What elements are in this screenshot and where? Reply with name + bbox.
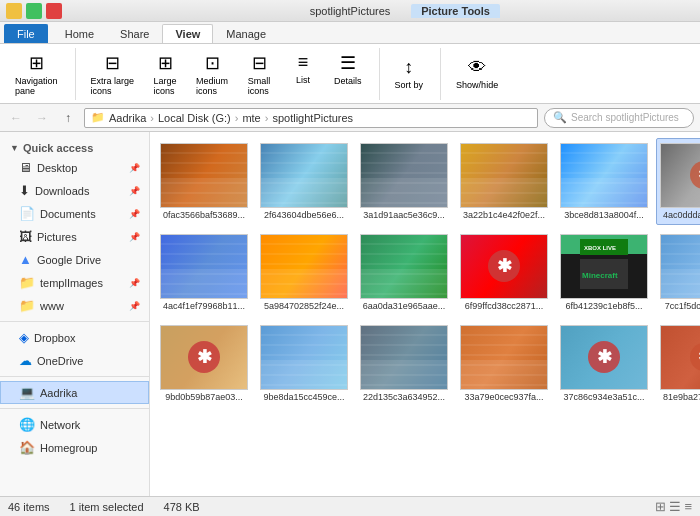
pin-icon: 📌 <box>129 209 140 219</box>
sidebar-item-googledrive[interactable]: ▲ Google Drive <box>0 248 149 271</box>
show-hide-button[interactable]: 👁 Show/hide <box>449 53 505 94</box>
file-name: 3a22b1c4e42f0e2f... <box>459 210 549 220</box>
www-icon: 📁 <box>19 298 35 313</box>
file-item[interactable]: 6aa0da31e965aae... <box>356 229 452 316</box>
details-icon: ☰ <box>340 52 356 74</box>
downloads-icon: ⬇ <box>19 183 30 198</box>
grid-view-button[interactable]: ⊞ <box>655 499 666 514</box>
up-button[interactable]: ↑ <box>58 108 78 128</box>
restore-button[interactable] <box>26 3 42 19</box>
path-mte: mte <box>242 112 260 124</box>
file-item[interactable]: 6f99ffcd38cc2871... <box>456 229 552 316</box>
file-item[interactable]: 3a22b1c4e42f0e2f... <box>456 138 552 225</box>
details-view-button[interactable]: ☰ <box>669 499 681 514</box>
file-thumbnail <box>160 325 248 390</box>
file-thumbnail <box>160 234 248 299</box>
close-button[interactable] <box>46 3 62 19</box>
file-thumbnail <box>460 234 548 299</box>
medium-label: Mediumicons <box>196 76 228 96</box>
tab-view[interactable]: View <box>162 24 213 43</box>
selected-info: 1 item selected <box>70 501 144 513</box>
file-thumbnail <box>560 143 648 208</box>
file-item[interactable]: 7cc1f5dce471dd2... <box>656 229 700 316</box>
ribbon-group-current-view: ↕ Sort by <box>388 48 442 100</box>
medium-icons-button[interactable]: ⊡ Mediumicons <box>189 48 235 100</box>
file-name: 0fac3566baf53689... <box>159 210 249 220</box>
forward-button[interactable]: → <box>32 108 52 128</box>
nav-pane-icon: ⊞ <box>29 52 44 74</box>
list-view-button[interactable]: ≡ <box>684 499 692 514</box>
tab-manage[interactable]: Manage <box>213 24 279 43</box>
small-icon: ⊟ <box>252 52 267 74</box>
address-path[interactable]: 📁 Aadrika › Local Disk (G:) › mte › spot… <box>84 108 538 128</box>
item-count: 46 items <box>8 501 50 513</box>
file-thumbnail <box>360 325 448 390</box>
pin-icon: 📌 <box>129 232 140 242</box>
window-controls[interactable] <box>6 3 62 19</box>
extra-large-icon: ⊟ <box>105 52 120 74</box>
file-item[interactable]: 6fb41239c1eb8f5... <box>556 229 652 316</box>
file-item[interactable]: 4ac4f1ef79968b11... <box>156 229 252 316</box>
file-item[interactable]: 5a984702852f24e... <box>256 229 352 316</box>
search-box[interactable]: 🔍 Search spotlightPictures <box>544 108 694 128</box>
sidebar-item-documents[interactable]: 📄 Documents 📌 <box>0 202 149 225</box>
sort-by-label: Sort by <box>395 80 424 90</box>
navigation-pane-button[interactable]: ⊞ Navigationpane <box>8 48 65 100</box>
sidebar-item-aadrika[interactable]: 💻 Aadrika <box>0 381 149 404</box>
sidebar-item-homegroup[interactable]: 🏠 Homegroup <box>0 436 149 459</box>
onedrive-icon: ☁ <box>19 353 32 368</box>
back-button[interactable]: ← <box>6 108 26 128</box>
file-item[interactable]: 0fac3566baf53689... <box>156 138 252 225</box>
details-button[interactable]: ☰ Details <box>327 48 369 100</box>
file-item[interactable]: 2f643604dbe56e6... <box>256 138 352 225</box>
ribbon-toolbar: ⊞ Navigationpane ⊟ Extra largeicons ⊞ La… <box>0 44 700 104</box>
status-bar: 46 items 1 item selected 478 KB ⊞ ☰ ≡ <box>0 496 700 516</box>
file-name: 37c86c934e3a51c... <box>559 392 649 402</box>
file-name: 22d135c3a634952... <box>359 392 449 402</box>
pin-icon: 📌 <box>129 278 140 288</box>
file-item[interactable]: 4ac0ddda071000e... <box>656 138 700 225</box>
list-label: List <box>296 75 310 85</box>
tab-home[interactable]: Home <box>52 24 107 43</box>
nav-pane-label: Navigationpane <box>15 76 58 96</box>
file-item[interactable]: 37c86c934e3a51c... <box>556 320 652 407</box>
desktop-icon: 🖥 <box>19 160 32 175</box>
small-label: Smallicons <box>248 76 271 96</box>
ribbon-tabs: File Home Share View Manage <box>0 22 700 44</box>
file-thumbnail <box>660 325 700 390</box>
list-button[interactable]: ≡ List <box>283 48 323 100</box>
sort-by-button[interactable]: ↕ Sort by <box>388 53 431 94</box>
file-thumbnail <box>660 234 700 299</box>
file-item[interactable]: 9be8da15cc459ce... <box>256 320 352 407</box>
sidebar-item-desktop[interactable]: 🖥 Desktop 📌 <box>0 156 149 179</box>
sidebar-item-templimages[interactable]: 📁 templImages 📌 <box>0 271 149 294</box>
large-icons-button[interactable]: ⊞ Largeicons <box>145 48 185 100</box>
extra-large-icons-button[interactable]: ⊟ Extra largeicons <box>84 48 142 100</box>
file-item[interactable]: 9bd0b59b87ae03... <box>156 320 252 407</box>
sidebar-item-dropbox[interactable]: ◈ Dropbox <box>0 326 149 349</box>
sidebar-divider-2 <box>0 376 149 377</box>
sidebar-item-downloads[interactable]: ⬇ Downloads 📌 <box>0 179 149 202</box>
minimize-button[interactable] <box>6 3 22 19</box>
file-item[interactable]: 81e9ba277c14bd4... <box>656 320 700 407</box>
file-item[interactable]: 3a1d91aac5e36c9... <box>356 138 452 225</box>
file-item[interactable]: 33a79e0cec937fa... <box>456 320 552 407</box>
tab-file[interactable]: File <box>4 24 48 43</box>
small-icons-button[interactable]: ⊟ Smallicons <box>239 48 279 100</box>
file-thumbnail <box>260 234 348 299</box>
path-spotlightpictures: spotlightPictures <box>272 112 353 124</box>
tab-share[interactable]: Share <box>107 24 162 43</box>
view-toggle[interactable]: ⊞ ☰ ≡ <box>655 499 692 514</box>
file-name: 6aa0da31e965aae... <box>359 301 449 311</box>
path-localdisk: Local Disk (G:) <box>158 112 231 124</box>
file-item[interactable]: 22d135c3a634952... <box>356 320 452 407</box>
sidebar-item-www[interactable]: 📁 www 📌 <box>0 294 149 317</box>
title-bar: Picture Tools spotlightPictures <box>0 0 700 22</box>
sidebar-item-onedrive[interactable]: ☁ OneDrive <box>0 349 149 372</box>
sidebar-item-pictures[interactable]: 🖼 Pictures 📌 <box>0 225 149 248</box>
file-name: 7cc1f5dce471dd2... <box>659 301 700 311</box>
sidebar-divider-1 <box>0 321 149 322</box>
show-hide-icon: 👁 <box>468 57 486 78</box>
sidebar-item-network[interactable]: 🌐 Network <box>0 413 149 436</box>
file-item[interactable]: 3bce8d813a8004f... <box>556 138 652 225</box>
